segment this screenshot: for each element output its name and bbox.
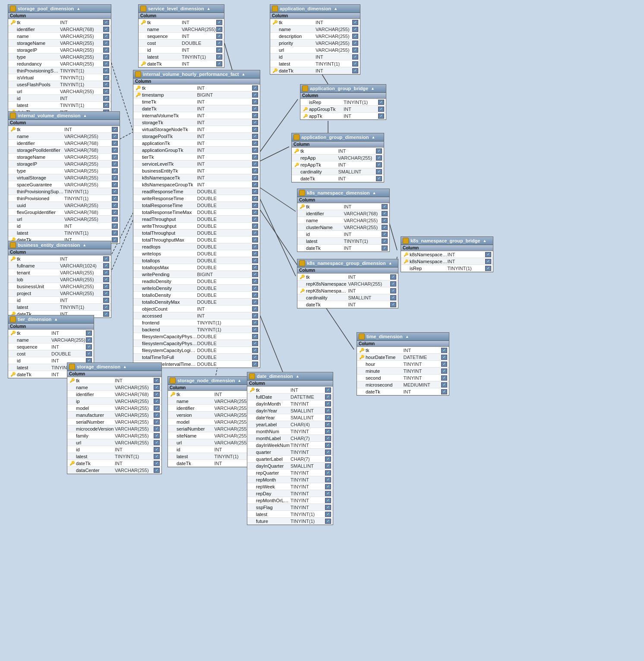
table-row: microsecondMEDIUMINT [357,381,449,388]
col-icon [10,27,16,32]
check-icon [352,34,358,39]
check-icon [325,387,331,393]
col-icon [10,47,16,53]
table-row: dayInMonthTINYINT [247,400,333,407]
check-icon [376,155,382,161]
check-icon [252,99,258,104]
table-row: identifierVARCHAR(768) [8,26,111,33]
check-icon [441,355,447,360]
table-row: 🔑tkINT [139,19,224,26]
table-header: business_entity_dimension ▲ [8,241,111,249]
table-row: filesystemCapacityLogicalUsedDOUBLE [133,347,260,354]
col-header: Column [8,249,111,255]
table-application-dimension: application_dimension ▲ Column 🔑tkINT na… [270,4,360,75]
table-icon [302,85,308,91]
table-row: versionVARCHAR(255) [168,412,260,419]
table-row: modelVARCHAR(255) [168,419,260,425]
table-row: isRepTINYINT(1) [401,265,493,272]
table-row: totalIopsMaxDOUBLE [133,264,260,271]
sort-icon: ▲ [371,86,375,91]
check-icon [216,47,222,53]
table-header: k8s_namespace_group_dimension ▲ [297,259,398,268]
table-header: storage_node_dimension ▲ [168,377,260,385]
check-icon [154,412,160,418]
check-icon [485,252,491,257]
check-icon [154,385,160,390]
check-icon [216,34,222,39]
sort-icon: ▲ [296,374,300,378]
sort-icon: ▲ [242,72,246,76]
check-icon [112,161,118,167]
col-header: Column [292,142,384,148]
table-row: virtualStorageNodeTkINT [133,126,260,133]
table-row: familyVARCHAR(255) [67,432,161,439]
table-row: latestTINYINT(1) [67,453,161,460]
table-row: identifierVARCHAR(768) [67,391,161,398]
sort-icon: ▲ [334,6,338,11]
table-header: storage_dimension ▲ [67,363,161,371]
svg-line-11 [388,220,397,250]
check-icon [325,450,331,455]
check-icon [252,203,258,208]
sort-icon: ▲ [82,243,86,247]
check-icon [103,75,109,80]
sort-icon: ▲ [371,135,375,139]
table-row: monthLabelCHAR(7) [247,435,333,442]
col-icon [10,89,16,94]
table-row: lobVARCHAR(255) [8,276,111,283]
svg-line-10 [257,192,296,276]
table-row: totalResponseTimeDOUBLE [133,202,260,209]
check-icon [485,259,491,264]
table-icon [299,260,305,266]
table-row: 🔑tkINT [8,330,94,337]
check-icon [252,265,258,270]
table-row: writePendingBIGINT [133,271,260,278]
table-icon [10,113,16,119]
table-row: dateTkINT [297,245,389,252]
check-icon [325,519,331,524]
table-title: application_dimension [280,6,331,11]
check-icon [252,251,258,256]
check-icon [112,175,118,180]
table-title: tier_dimension [18,317,51,322]
check-icon [252,217,258,222]
sort-icon: ▲ [373,191,376,195]
check-icon [103,277,109,282]
table-row: 🔑tkINT [247,387,333,393]
table-title: storage_dimension [77,364,120,369]
table-row: fullnameVARCHAR(1024) [8,262,111,269]
col-icon [10,34,16,39]
table-row: storageNameVARCHAR(255) [8,40,111,47]
check-icon [252,120,258,125]
table-row: totalIoDensityDOUBLE [133,292,260,299]
check-icon [325,463,331,469]
check-icon [252,334,258,339]
table-icon [359,334,365,340]
table-row: dateYearSMALLINT [247,414,333,421]
table-icon [10,316,16,322]
check-icon [382,204,388,209]
table-header: date_dimension ▲ [247,372,333,381]
table-row: dataCenterVARCHAR(255) [67,467,161,474]
check-icon [325,443,331,448]
check-icon [325,401,331,406]
check-icon [441,348,447,353]
table-row: storageTkINT [133,119,260,126]
check-icon [252,168,258,173]
check-icon [378,107,384,112]
col-header: Column [300,93,386,99]
table-row: urlVARCHAR(255) [168,439,260,446]
table-row: idINT [297,231,389,238]
check-icon [382,218,388,223]
table-k8s-namespace-dimension: k8s_namespace_dimension ▲ Column 🔑tkINT … [297,189,390,252]
table-row: 🔑tkINT [357,347,449,354]
sort-icon: ▲ [123,365,127,369]
table-row: quarterLabelCHAR(7) [247,456,333,463]
col-header: Column [8,13,111,19]
check-icon [112,127,118,132]
table-row: isRepTINYINT(1) [300,99,386,106]
check-icon [252,348,258,353]
check-icon [154,440,160,445]
col-icon [10,68,16,73]
check-icon [112,203,118,208]
